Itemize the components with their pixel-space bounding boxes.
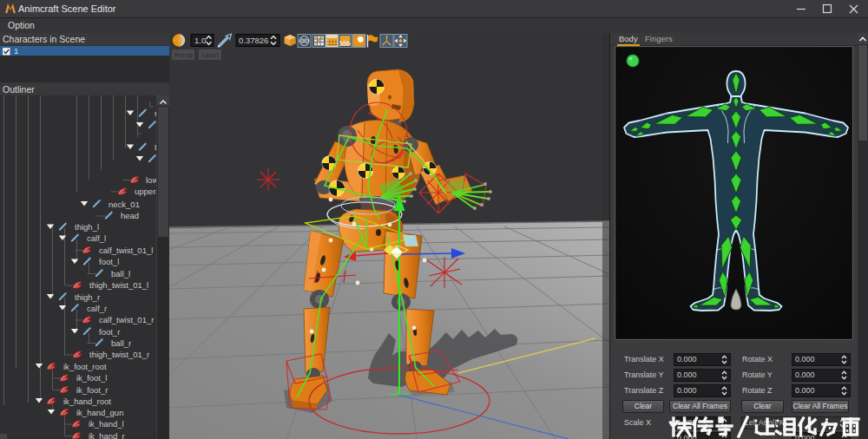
svg-text:ik_hand_root: ik_hand_root <box>63 396 111 406</box>
svg-text:ik_hand_l: ik_hand_l <box>89 419 124 429</box>
svg-text:thigh_twist_01_l: thigh_twist_01_l <box>89 280 148 290</box>
svg-text:ik_hand_gun: ik_hand_gun <box>76 408 123 417</box>
svg-text:calf_twist_01_l: calf_twist_01_l <box>99 246 153 255</box>
svg-text:ik_foot_r: ik_foot_r <box>76 385 108 395</box>
svg-text:thigh_l: thigh_l <box>75 222 99 232</box>
svg-text:ik_foot_root: ik_foot_root <box>63 362 107 371</box>
svg-text:Local: Local <box>201 52 220 59</box>
svg-text:calf_l: calf_l <box>87 233 106 243</box>
svg-text:foot_l: foot_l <box>99 257 119 266</box>
svg-text:calf_twist_01_r: calf_twist_01_r <box>99 315 154 324</box>
svg-text:ik_hand_r: ik_hand_r <box>89 431 125 439</box>
svg-text:Persp: Persp <box>174 52 193 59</box>
svg-text:1.0: 1.0 <box>194 36 206 45</box>
svg-text:thigh_twist_01_r: thigh_twist_01_r <box>89 350 149 359</box>
svg-text:foot_r: foot_r <box>99 327 120 337</box>
svg-text:ball_r: ball_r <box>111 338 131 348</box>
svg-text:neck_01: neck_01 <box>108 200 140 209</box>
svg-text:0.37826: 0.37826 <box>239 36 268 45</box>
svg-text:calf_r: calf_r <box>87 304 107 313</box>
svg-text:ball_l: ball_l <box>111 269 130 278</box>
svg-text:head: head <box>121 211 139 220</box>
svg-text:thigh_r: thigh_r <box>75 292 100 302</box>
svg-text:ik_foot_l: ik_foot_l <box>76 373 107 383</box>
